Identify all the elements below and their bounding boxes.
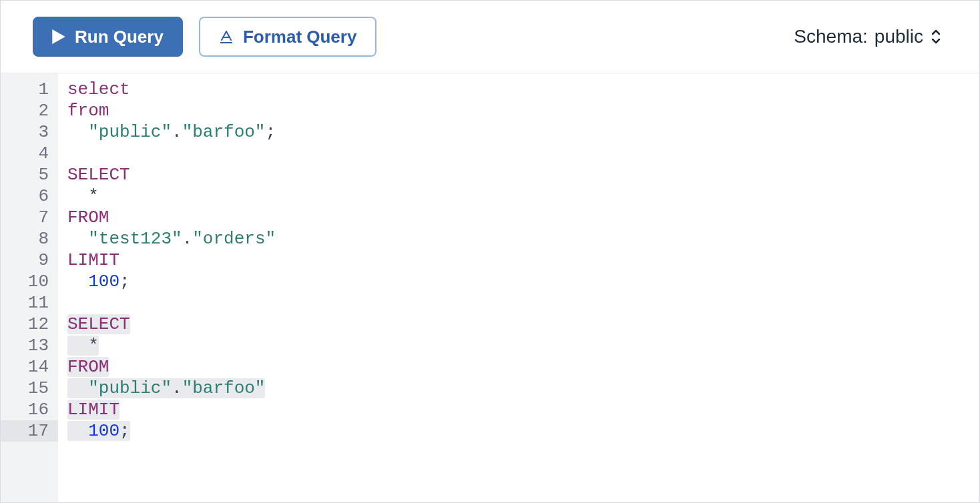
line-number: 15 [14, 378, 49, 399]
code-line[interactable]: FROM [67, 356, 979, 378]
line-number: 16 [14, 399, 49, 420]
code-line[interactable]: LIMIT [67, 399, 979, 420]
toolbar: Run Query Format Query Schema: public [1, 1, 979, 73]
play-icon [52, 29, 65, 44]
code-area[interactable]: selectfrom "public"."barfoo";SELECT *FRO… [58, 73, 979, 502]
line-number: 8 [14, 228, 49, 249]
code-line[interactable]: "public"."barfoo" [67, 378, 979, 399]
line-number: 2 [14, 100, 49, 121]
code-line[interactable] [67, 292, 979, 314]
format-query-button[interactable]: Format Query [199, 17, 377, 57]
line-number: 11 [14, 292, 49, 314]
line-number: 10 [14, 271, 49, 292]
code-line[interactable]: SELECT [67, 164, 979, 185]
line-number: 1 [14, 79, 49, 100]
line-number: 6 [14, 185, 49, 207]
code-line[interactable] [67, 143, 979, 164]
code-line[interactable]: LIMIT [67, 249, 979, 271]
code-line[interactable]: * [67, 335, 979, 356]
code-line[interactable]: select [67, 79, 979, 100]
line-number: 4 [14, 143, 49, 164]
schema-value: public [875, 26, 923, 47]
code-line[interactable]: FROM [67, 207, 979, 228]
line-number: 3 [14, 121, 49, 143]
run-query-label: Run Query [75, 27, 164, 47]
code-line[interactable]: SELECT [67, 314, 979, 335]
line-number: 7 [14, 207, 49, 228]
line-number-gutter: 1234567891011121314151617 [1, 73, 58, 502]
format-text-icon [219, 29, 234, 44]
code-line[interactable]: * [67, 185, 979, 207]
format-query-label: Format Query [243, 27, 357, 47]
code-line[interactable]: "public"."barfoo"; [67, 121, 979, 143]
line-number: 14 [14, 356, 49, 378]
code-line[interactable]: from [67, 100, 979, 121]
run-query-button[interactable]: Run Query [33, 17, 183, 57]
line-number: 9 [14, 249, 49, 271]
code-line[interactable]: 100; [67, 271, 979, 292]
line-number: 5 [14, 164, 49, 185]
code-line[interactable]: "test123"."orders" [67, 228, 979, 249]
code-editor[interactable]: 1234567891011121314151617 selectfrom "pu… [1, 73, 979, 502]
line-number: 13 [14, 335, 49, 356]
svg-marker-0 [52, 29, 65, 44]
schema-label-prefix: Schema: [794, 26, 868, 47]
line-number: 17 [1, 420, 58, 442]
sql-editor-panel: Run Query Format Query Schema: public [0, 0, 980, 503]
code-line[interactable]: 100; [67, 420, 979, 442]
line-number: 12 [14, 314, 49, 335]
schema-selector[interactable]: Schema: public [794, 26, 947, 47]
chevron-up-down-icon [930, 28, 942, 45]
